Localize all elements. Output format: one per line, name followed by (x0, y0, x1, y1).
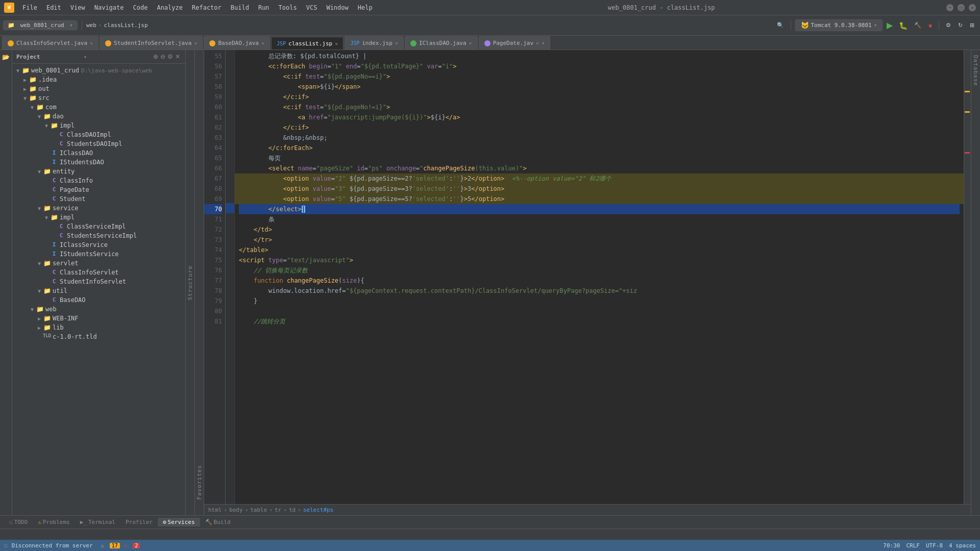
tree-item-pagedate[interactable]: C PageDate (12, 185, 185, 194)
breadcrumb-select[interactable]: select#ps (303, 507, 334, 513)
settings-button[interactable]: ⚙ (943, 20, 953, 30)
tab-classinfservlet[interactable]: ClassInfoServlet.java ✕ (2, 36, 99, 49)
tree-item-idea[interactable]: ▶ 📁 .idea (12, 75, 185, 84)
tab-index[interactable]: JSP index.jsp ✕ (345, 36, 404, 49)
close-button[interactable]: ✕ (969, 4, 976, 11)
breadcrumb-html[interactable]: html (208, 507, 222, 513)
build-button[interactable]: 🔨 (912, 20, 924, 30)
tab-profiler[interactable]: Profiler (120, 518, 158, 527)
tree-item-student[interactable]: C Student (12, 194, 185, 204)
expand-arrow4: ▼ (21, 95, 29, 101)
tree-item-service-impl[interactable]: ▼ 📁 impl (12, 213, 185, 222)
tree-item-classinfo[interactable]: C ClassInfo (12, 176, 185, 185)
tree-item-studentsdaoimpl[interactable]: C StudentsDAOImpl (12, 139, 185, 148)
database-sidebar[interactable]: Database (971, 50, 980, 515)
tab-pagedate[interactable]: PageDate.jav ✕ ▾ (479, 36, 551, 49)
tab-services[interactable]: ⚙Services (158, 518, 200, 527)
debug-button[interactable]: 🐛 (897, 20, 910, 31)
minimize-button[interactable]: ─ (946, 4, 953, 11)
menu-help[interactable]: Help (354, 3, 377, 12)
stop-button[interactable]: ■ (926, 21, 935, 30)
maximize-button[interactable]: □ (958, 4, 965, 11)
code-content[interactable]: 总记录数: ${pd.totalCount} | <c:forEach begi… (235, 50, 964, 504)
tree-item-classdaoimpl[interactable]: C ClassDAOImpl (12, 130, 185, 139)
layout-button[interactable]: ⊞ (967, 20, 977, 30)
sep1: › (224, 507, 228, 513)
charset[interactable]: UTF-8 (926, 542, 943, 549)
breadcrumb-td[interactable]: td (289, 507, 296, 513)
menu-edit[interactable]: Edit (42, 3, 65, 12)
close-tab-icon3[interactable]: ✕ (261, 40, 264, 46)
tree-item-tld[interactable]: TLD c-1.0-rt.tld (12, 332, 185, 341)
project-panel-toggle[interactable]: 📂 (1, 52, 11, 62)
favorites-sidebar[interactable]: Favorites (195, 50, 204, 515)
tree-root[interactable]: ▼ 📁 web_0801_crud D:\java-web-space\web (12, 66, 185, 75)
menu-navigate[interactable]: Navigate (90, 3, 128, 12)
menu-code[interactable]: Code (129, 3, 152, 12)
tree-item-iclassservice[interactable]: I IClassService (12, 240, 185, 249)
expand-arrow2: ▶ (21, 77, 29, 83)
tab-build[interactable]: 🔨Build (200, 518, 236, 527)
tree-item-basedao[interactable]: C BaseDAO (12, 295, 185, 305)
breadcrumb-table[interactable]: table (250, 507, 267, 513)
update-button[interactable]: ↻ (955, 20, 965, 30)
cursor-position[interactable]: 70:30 (883, 542, 900, 549)
tree-item-classserviceimpl[interactable]: C ClassServiceImpl (12, 222, 185, 231)
tree-item-com[interactable]: ▼ 📁 com (12, 103, 185, 112)
search-everywhere-button[interactable]: 🔍 (774, 20, 787, 30)
tree-item-iclassdao[interactable]: I IClassDAO (12, 148, 185, 158)
close-tab-icon6[interactable]: ✕ (469, 40, 472, 46)
menu-tools[interactable]: Tools (275, 3, 301, 12)
tab-studentinfoservlet[interactable]: StudentInfoServlet.java ✕ (100, 36, 203, 49)
chevron-down-icon3[interactable]: ▾ (542, 40, 545, 46)
tree-item-dao[interactable]: ▼ 📁 dao (12, 112, 185, 121)
menu-analyze[interactable]: Analyze (153, 3, 187, 12)
tree-item-entity[interactable]: ▼ 📁 entity (12, 167, 185, 176)
close-panel-button[interactable]: ✕ (174, 52, 181, 61)
collapse-all-button[interactable]: ⊖ (159, 52, 166, 61)
breadcrumb-tr[interactable]: tr (275, 507, 281, 513)
menu-build[interactable]: Build (227, 3, 253, 12)
menu-view[interactable]: View (66, 3, 89, 12)
tab-classlist[interactable]: JSP classList.jsp ✕ (271, 37, 344, 50)
tab-todo[interactable]: ☐TODO (4, 518, 33, 527)
expand-all-button[interactable]: ⊕ (152, 52, 159, 61)
tab-terminal[interactable]: ▶_Terminal (75, 518, 120, 527)
tree-item-istudentsservice[interactable]: I IStudentsService (12, 249, 185, 259)
line-ending[interactable]: CRLF (906, 542, 920, 549)
menu-refactor[interactable]: Refactor (188, 3, 226, 12)
tree-item-studentinfoservlet[interactable]: C StudentInfoServlet (12, 277, 185, 286)
project-selector[interactable]: 📁 web_0801_crud ▾ (3, 20, 78, 30)
tab-problems[interactable]: ⚠Problems (33, 518, 75, 527)
indent-setting[interactable]: 4 spaces (949, 542, 976, 549)
run-configuration[interactable]: 🐱 Tomcat 9.0.38-0801 ▾ (795, 19, 883, 31)
tree-item-webinf[interactable]: ▶ 📁 WEB-INF (12, 314, 185, 323)
settings-panel-button[interactable]: ⚙ (166, 52, 174, 61)
tree-item-classinfoservlet[interactable]: C ClassInfoServlet (12, 268, 185, 277)
tree-item-lib[interactable]: ▶ 📁 lib (12, 323, 185, 332)
menu-window[interactable]: Window (322, 3, 352, 12)
menu-file[interactable]: File (18, 3, 41, 12)
tree-item-service[interactable]: ▼ 📁 service (12, 204, 185, 213)
tree-item-servlet[interactable]: ▼ 📁 servlet (12, 259, 185, 268)
close-tab-icon[interactable]: ✕ (90, 40, 93, 46)
scroll-indicator[interactable] (964, 50, 971, 504)
tree-item-dao-impl[interactable]: ▼ 📁 impl (12, 121, 185, 130)
tree-item-out[interactable]: ▶ 📁 out (12, 84, 185, 93)
close-tab-icon7[interactable]: ✕ (536, 40, 539, 46)
tree-item-util[interactable]: ▼ 📁 util (12, 286, 185, 295)
tree-item-web[interactable]: ▼ 📁 web (12, 305, 185, 314)
tree-item-istudentsdao[interactable]: I IStudentsDAO (12, 158, 185, 167)
tree-item-studentsserviceimpl[interactable]: C StudentsServiceImpl (12, 231, 185, 240)
close-tab-icon5[interactable]: ✕ (395, 40, 398, 46)
close-tab-icon4[interactable]: ✕ (335, 41, 338, 46)
tab-basedao[interactable]: BaseDAO.java ✕ (204, 36, 270, 49)
close-tab-icon2[interactable]: ✕ (194, 40, 197, 46)
menu-run[interactable]: Run (254, 3, 274, 12)
tab-iclassdao[interactable]: IClassDAO.java ✕ (405, 36, 478, 49)
run-button[interactable]: ▶ (885, 19, 895, 31)
menu-vcs[interactable]: VCS (302, 3, 322, 12)
tree-item-src[interactable]: ▼ 📁 src (12, 93, 185, 103)
structure-sidebar[interactable]: Structure (186, 50, 195, 515)
breadcrumb-body[interactable]: body (229, 507, 243, 513)
